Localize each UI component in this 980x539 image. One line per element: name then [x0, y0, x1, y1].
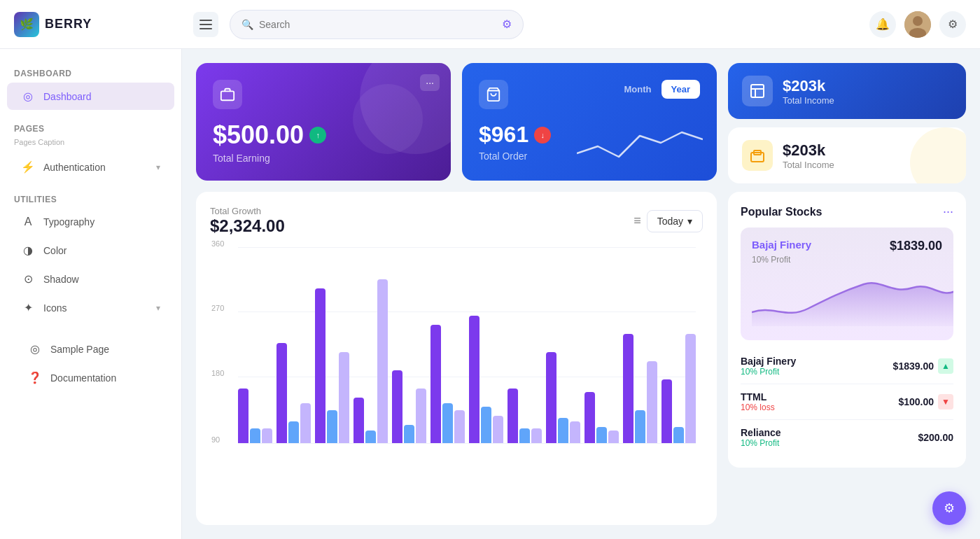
- chart-header: Total Growth $2,324.00 ≡ Today ▾: [210, 206, 703, 236]
- bar-group-11: [662, 247, 696, 443]
- topbar-right: 🔔 ⚙: [869, 11, 966, 38]
- income-blue-text: $203k Total Income: [783, 77, 834, 106]
- fab-button[interactable]: ⚙: [932, 491, 966, 525]
- year-button[interactable]: Year: [662, 80, 700, 99]
- sidebar-label-docs: Documentation: [50, 372, 116, 384]
- growth-chart-card: Total Growth $2,324.00 ≡ Today ▾ 360: [196, 192, 717, 525]
- bar: [238, 388, 248, 443]
- svg-point-4: [913, 16, 923, 26]
- chart-controls: ≡ Today ▾: [634, 210, 703, 232]
- sidebar-label-dashboard: Dashboard: [43, 91, 92, 102]
- earning-more-button[interactable]: ···: [420, 74, 440, 91]
- svg-rect-0: [200, 20, 212, 21]
- bar: [546, 352, 556, 443]
- chart-menu-button[interactable]: ≡: [634, 214, 641, 228]
- bar: [673, 427, 684, 443]
- sidebar-item-typography[interactable]: A Typography: [7, 209, 174, 235]
- income-blue-icon: [742, 76, 773, 106]
- month-button[interactable]: Month: [615, 80, 662, 99]
- chart-titles: Total Growth $2,324.00: [210, 206, 285, 236]
- content-right: $203k Total Income $203k Total Income Po…: [728, 63, 966, 525]
- logo-icon: 🌿: [14, 12, 39, 37]
- stock-row-bajaj: Bajaj Finery 10% Profit $1839.00 ▲: [741, 349, 953, 384]
- bar: [288, 421, 299, 443]
- auth-icon: ⚡: [21, 160, 35, 174]
- bar: [481, 407, 491, 443]
- bar: [377, 279, 388, 443]
- svg-rect-1: [200, 24, 212, 25]
- sidebar-item-sample-page[interactable]: ◎ Sample Page: [14, 335, 167, 363]
- bar: [623, 334, 634, 443]
- filter-icon[interactable]: ⚙: [502, 18, 512, 31]
- sidebar-section-dashboard: Dashboard: [0, 63, 181, 81]
- settings-button[interactable]: ⚙: [939, 11, 966, 38]
- bar-group-3: [354, 247, 388, 443]
- bar: [315, 288, 326, 443]
- stock-bajaj-price: $1839.00 ▲: [893, 358, 953, 374]
- sidebar-item-authentication[interactable]: ⚡ Authentication ▾: [7, 153, 174, 181]
- trend-up-badge: ▲: [938, 358, 953, 374]
- bar: [430, 325, 441, 443]
- bar-group-5: [430, 247, 465, 443]
- logo: 🌿 BERRY: [14, 12, 182, 37]
- sidebar-item-icons[interactable]: ✦ Icons ▾: [7, 294, 174, 321]
- bar-group-7: [507, 247, 542, 443]
- content-left: ··· $500.00 ↑ Total Earning Month: [196, 63, 717, 525]
- sidebar-item-documentation[interactable]: ❓ Documentation: [14, 364, 167, 391]
- stocks-more-button[interactable]: ···: [943, 204, 953, 219]
- income-blue-label: Total Income: [783, 95, 834, 106]
- sidebar-label-auth: Authentication: [43, 162, 106, 173]
- stock-bajaj-info: Bajaj Finery 10% Profit: [741, 356, 796, 377]
- income-card-yellow: $203k Total Income: [728, 127, 966, 183]
- bar: [392, 370, 402, 443]
- bar: [442, 403, 453, 443]
- icons-icon: ✦: [21, 301, 35, 314]
- bar: [647, 361, 657, 443]
- featured-stock-name: Bajaj Finery: [752, 239, 811, 251]
- bar-group-4: [392, 247, 426, 443]
- order-card: Month Year $961 ↓ Total Order: [462, 63, 717, 181]
- sidebar-section-pages: Pages: [0, 118, 181, 136]
- earning-label: Total Earning: [213, 153, 434, 164]
- stock-row-reliance: Reliance 10% Profit $200.00: [741, 420, 953, 455]
- stock-ttml-info: TTML 10% loss: [741, 391, 775, 412]
- svg-rect-2: [200, 28, 212, 29]
- bar: [531, 428, 542, 443]
- notification-button[interactable]: 🔔: [869, 11, 896, 38]
- topbar: 🌿 BERRY 🔍 ⚙ 🔔 ⚙: [0, 0, 980, 49]
- today-button[interactable]: Today ▾: [647, 210, 703, 232]
- bar-group-1: [276, 247, 311, 443]
- sidebar-label-color: Color: [43, 245, 66, 256]
- sidebar-item-dashboard[interactable]: ◎ Dashboard: [7, 83, 174, 110]
- sidebar-item-shadow[interactable]: ⊙ Shadow: [7, 265, 174, 293]
- bar-chart: [238, 247, 696, 443]
- bar: [300, 403, 311, 443]
- logo-text: BERRY: [45, 17, 92, 31]
- order-header: Month Year: [479, 80, 700, 109]
- sidebar-item-color[interactable]: ◑ Color: [7, 237, 174, 264]
- stock-ttml-price: $100.00 ▼: [898, 394, 953, 410]
- bar: [519, 428, 530, 443]
- featured-stock-chart: [752, 270, 942, 329]
- order-icon: [479, 80, 508, 109]
- menu-button[interactable]: [193, 12, 218, 37]
- search-input[interactable]: [259, 19, 496, 30]
- chart-body: 360 270 180 90: [210, 247, 703, 443]
- bar-group-6: [469, 247, 503, 443]
- color-icon: ◑: [21, 244, 35, 257]
- stock-reliance-info: Reliance 10% Profit: [741, 427, 781, 448]
- sidebar-label-sample: Sample Page: [50, 344, 109, 355]
- sample-page-icon: ◎: [28, 342, 42, 356]
- content-area: ··· $500.00 ↑ Total Earning Month: [182, 49, 980, 539]
- avatar[interactable]: [904, 11, 931, 38]
- pages-caption: Pages Caption: [0, 136, 181, 152]
- bar: [596, 427, 607, 443]
- income-yellow-icon: [742, 140, 773, 171]
- income-yellow-amount: $203k: [783, 141, 834, 160]
- earning-icon: [213, 80, 242, 109]
- sidebar: Dashboard ◎ Dashboard Pages Pages Captio…: [0, 49, 182, 539]
- search-icon: 🔍: [241, 19, 253, 30]
- bar: [339, 352, 349, 443]
- stocks-card: Popular Stocks ··· Bajaj Finery $1839.00…: [728, 192, 966, 468]
- trend-down-icon: ↓: [534, 127, 551, 144]
